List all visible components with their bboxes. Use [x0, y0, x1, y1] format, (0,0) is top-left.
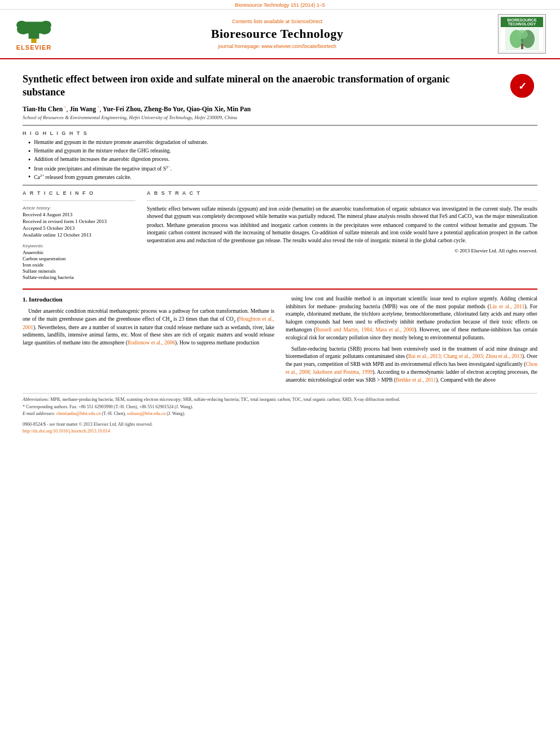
article-title: Synthetic effect between iron oxide and …	[23, 73, 537, 99]
header-right: BIORESOURCETECHNOLOGY	[498, 14, 549, 54]
header-center: Contents lists available at ScienceDirec…	[62, 19, 492, 49]
highlight-item-5: • Ca2+ released from gypsum generates ca…	[28, 173, 537, 180]
highlights-label: H I G H L I G H T S	[23, 130, 537, 136]
divider-abstract	[147, 200, 537, 201]
sciencedirect-link: Contents lists available at ScienceDirec…	[62, 19, 492, 24]
bullet-icon-1: •	[28, 139, 30, 146]
svg-point-11	[517, 30, 528, 39]
bullet-icon-5: •	[28, 173, 30, 180]
corresponding-text: Corresponding authors. Fax: +86 551 6290…	[26, 404, 193, 409]
elsevier-text: ELSEVIER	[16, 44, 51, 51]
author-asterisk-1[interactable]: *	[64, 105, 67, 110]
ref-houghton[interactable]: Houghton et al., 2001	[23, 316, 274, 330]
body-section: 1. Introduction Under anaerobic conditio…	[23, 295, 537, 387]
divider-article-info	[23, 200, 135, 201]
author-asterisk-2[interactable]: *	[98, 105, 100, 110]
accepted-date: Accepted 5 October 2013	[23, 225, 135, 231]
page: Bioresource Technology 151 (2014) 1–5 EL…	[0, 0, 560, 747]
highlights-list: • Hematite and gypsum in the mixture pro…	[28, 139, 537, 180]
keyword-5: Sulfate-reducing bacteria	[23, 274, 135, 280]
author-min-pan: Min Pan	[227, 106, 251, 112]
keyword-1: Anaerobic	[23, 250, 135, 255]
bioresource-logo-top: BIORESOURCETECHNOLOGY	[501, 17, 543, 27]
author-jin-wang: Jin Wang	[69, 106, 96, 112]
article-info-abstract-section: A R T I C L E I N F O Article history: R…	[23, 190, 537, 281]
bioresource-logo-box: BIORESOURCETECHNOLOGY	[498, 14, 546, 54]
crossmark-badge[interactable]: ✓	[506, 73, 537, 98]
article-info-col: A R T I C L E I N F O Article history: R…	[23, 190, 135, 281]
article-info-label: A R T I C L E I N F O	[23, 190, 135, 196]
doi-link[interactable]: http://dx.doi.org/10.1016/j.biortech.201…	[23, 429, 110, 434]
ref-bai[interactable]: Bai et al., 2013; Chang et al., 2003; Zh…	[408, 353, 522, 359]
bullet-icon-4: •	[28, 165, 30, 172]
highlight-item-3: • Addition of hematite increases the ana…	[28, 156, 537, 163]
corresponding-note: * Corresponding authors. Fax: +86 551 62…	[23, 404, 537, 410]
header-section: ELSEVIER Contents lists available at Sci…	[0, 10, 560, 59]
keywords-label: Keywords:	[23, 243, 135, 248]
title-section: Synthetic effect between iron oxide and …	[23, 73, 537, 99]
abbreviations-note: Abbreviations: MPB, methane-producing ba…	[23, 397, 537, 403]
affiliation: School of Resources & Environmental Engi…	[23, 115, 537, 120]
abstract-col: A B S T R A C T Synthetic effect between…	[147, 190, 537, 281]
ref-chou[interactable]: Chou et al., 2008; Jakobsen and Postma, …	[286, 361, 537, 375]
footnotes-section: Abbreviations: MPB, methane-producing ba…	[23, 393, 537, 417]
keywords-section: Keywords: Anaerobic Carbon sequestration…	[23, 243, 135, 280]
footer-bottom: 0960-8524/$ - see front matter © 2013 El…	[23, 422, 537, 435]
bullet-icon-2: •	[28, 148, 30, 155]
svg-point-7	[41, 20, 51, 29]
body-para-1: Under anaerobic condition microbial meth…	[23, 308, 274, 347]
elsevier-logo: ELSEVIER	[11, 18, 56, 51]
author-yue-fei-zhou: Yue-Fei Zhou,	[103, 106, 144, 112]
crossmark-icon: ✓	[510, 74, 534, 98]
email-label: E-mail addresses:	[23, 411, 56, 416]
bullet-icon-3: •	[28, 156, 30, 163]
abbreviations-text: MPB, methane-producing bacteria; SEM, sc…	[50, 397, 400, 402]
highlight-item-2: • Hematite and gypsum in the mixture red…	[28, 148, 537, 155]
authors: Tian-Hu Chen *, Jin Wang *, Yue-Fei Zhou…	[23, 105, 537, 112]
email-note: E-mail addresses: chentianhu@hfut.edu.cn…	[23, 411, 537, 417]
svg-point-6	[16, 20, 27, 29]
bioresource-journal-icon	[505, 28, 539, 50]
svg-rect-12	[521, 43, 523, 49]
received-date: Received 4 August 2013	[23, 212, 135, 217]
author-tian-hu-chen: Tian-Hu Chen	[23, 106, 63, 112]
abbreviations-label: Abbreviations:	[23, 397, 50, 402]
keyword-4: Sulfate minerals	[23, 268, 135, 274]
journal-title: Bioresource Technology	[62, 27, 492, 41]
copyright-line: © 2013 Elsevier Ltd. All rights reserved…	[147, 248, 537, 254]
body-para-3: Sulfate-reducing bacteria (SRB) process …	[286, 346, 537, 385]
history-label: Article history:	[23, 206, 135, 211]
bioresource-logo-img-area	[501, 27, 543, 51]
abstract-text: Synthetic effect between sulfate mineral…	[147, 206, 537, 244]
divider-2	[23, 185, 537, 186]
highlight-item-4: • Iron oxide precipitates and eliminate …	[28, 165, 537, 172]
crossmark-svg-icon: ✓	[510, 74, 534, 98]
body-divider	[23, 289, 537, 290]
available-date: Available online 12 October 2013	[23, 232, 135, 238]
ref-russell-mass[interactable]: Russell and Martin, 1984; Mass et al., 2…	[316, 327, 414, 333]
body-para-2: using low cost and feasible method is an…	[286, 295, 537, 342]
author-zheng-bo-yue: Zheng-Bo Yue,	[144, 106, 187, 112]
ref-rodionow[interactable]: Rodionow et al., 2006	[128, 340, 175, 346]
author-qiao-qin-xie: Qiao-Qin Xie,	[186, 106, 226, 112]
main-content: Synthetic effect between iron oxide and …	[0, 59, 560, 441]
keyword-2: Carbon sequestration	[23, 256, 135, 261]
ref-liu[interactable]: Liu et al., 2011	[489, 304, 524, 309]
divider-1	[23, 125, 537, 126]
svg-text:✓: ✓	[518, 81, 526, 92]
keyword-3: Iron oxide	[23, 262, 135, 268]
email-chen[interactable]: chentianhu@hfut.edu.cn	[56, 411, 100, 416]
email-wang[interactable]: sohiawj@hfut.edu.cn	[127, 411, 165, 416]
issn-line: 0960-8524/$ - see front matter © 2013 El…	[23, 422, 537, 427]
journal-homepage: journal homepage: www.elsevier.com/locat…	[62, 43, 492, 49]
revised-date: Received in revised form 1 October 2013	[23, 219, 135, 224]
highlights-section: H I G H L I G H T S • Hematite and gypsu…	[23, 130, 537, 180]
ref-bethke[interactable]: Bethke et al., 2011	[396, 377, 436, 383]
abstract-label: A B S T R A C T	[147, 190, 537, 196]
journal-citation: Bioresource Technology 151 (2014) 1–5	[235, 2, 325, 8]
section1-heading: 1. Introduction	[23, 295, 274, 304]
highlight-item-1: • Hematite and gypsum in the mixture pro…	[28, 139, 537, 146]
journal-bar: Bioresource Technology 151 (2014) 1–5	[0, 0, 560, 10]
elsevier-tree-icon	[14, 18, 54, 43]
body-col-left: 1. Introduction Under anaerobic conditio…	[23, 295, 274, 387]
